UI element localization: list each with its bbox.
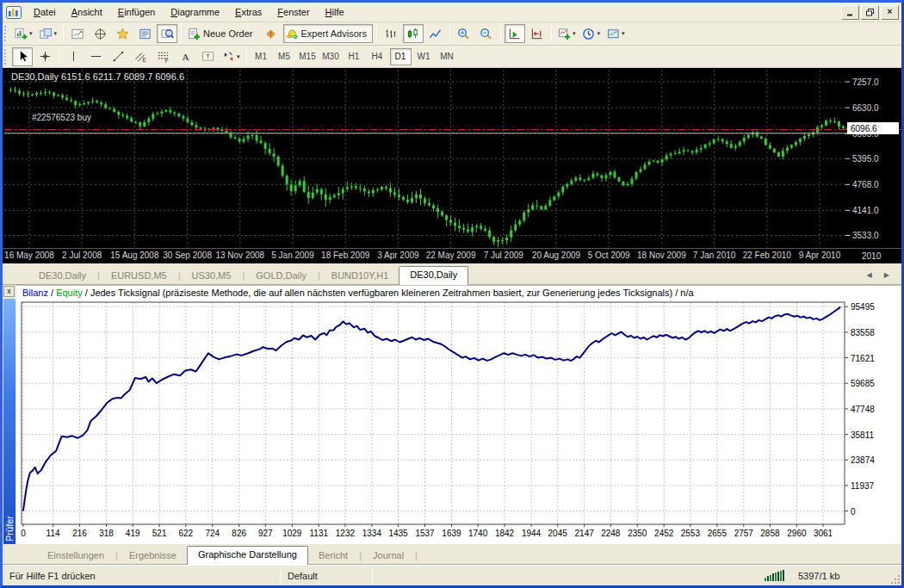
timeframe-m30[interactable]: M30 — [320, 48, 342, 65]
chart-tab-bund10yh1[interactable]: BUND10Y,H1 — [321, 268, 399, 284]
terminal-button[interactable] — [134, 24, 155, 43]
menu-extras[interactable]: Extras — [227, 4, 269, 20]
dropdown-arrow-icon: ▾ — [573, 30, 576, 37]
tab-scroll-arrows[interactable]: ◀ ▶ — [859, 271, 901, 284]
templates-button[interactable]: ▾ — [604, 24, 628, 43]
candlestick-button[interactable] — [403, 24, 424, 43]
svg-text:T: T — [206, 53, 210, 60]
svg-text:0: 0 — [21, 529, 26, 538]
tester-tab-einstellungen[interactable]: Einstellungen — [37, 548, 115, 564]
navigator-button[interactable] — [112, 24, 133, 43]
tester-graph-area[interactable]: Bilanz / Equity / Jedes Ticksignal (präz… — [16, 285, 901, 544]
chart-tab-us30m5[interactable]: US30,M5 — [182, 268, 242, 284]
timeframe-m1[interactable]: M1 — [251, 48, 272, 65]
hline-icon — [90, 50, 102, 63]
expert-advisors-button-label: Expert Advisors — [301, 28, 367, 39]
data-window-button[interactable] — [90, 24, 110, 43]
timeframe-m5[interactable]: M5 — [274, 48, 295, 65]
periods-button[interactable]: ▾ — [579, 24, 603, 43]
tester-tab-journal[interactable]: Journal — [362, 548, 414, 564]
trendline-button[interactable] — [108, 47, 128, 66]
svg-text:521: 521 — [152, 529, 167, 538]
toolbar-separator — [59, 48, 59, 65]
vertical-line-button[interactable] — [63, 47, 84, 66]
cursor-button[interactable] — [12, 47, 33, 66]
tester-tab-graphischedarstellung[interactable]: Graphische Darstellung — [187, 546, 308, 565]
candlestick-chart[interactable]: 7257.06630.06003.05395.04768.04141.03533… — [3, 68, 901, 263]
crosshair-button[interactable] — [34, 47, 55, 66]
svg-text:6630.0: 6630.0 — [852, 103, 879, 113]
text-label-button[interactable]: T — [197, 47, 218, 66]
svg-text:4768.0: 4768.0 — [852, 180, 879, 189]
menu-diagramme[interactable]: Diagramme — [163, 4, 227, 20]
auto-scroll-button[interactable] — [505, 24, 525, 43]
svg-text:3061: 3061 — [814, 529, 833, 538]
current-price-box: 6096.6 — [847, 122, 899, 134]
close-button[interactable]: × — [881, 5, 899, 20]
resize-grip[interactable] — [889, 573, 901, 585]
timeframe-w1[interactable]: W1 — [413, 48, 435, 65]
dropdown-arrow-icon: ▾ — [597, 30, 600, 37]
tester-tab-ergebnisse[interactable]: Ergebnisse — [119, 548, 187, 564]
price-chart[interactable]: 7257.06630.06003.05395.04768.04141.03533… — [3, 68, 901, 263]
horizontal-line-button[interactable] — [85, 47, 106, 66]
timeframe-d1[interactable]: D1 — [390, 48, 412, 65]
menu-hilfe[interactable]: Hilfe — [318, 4, 352, 20]
line-chart-button[interactable] — [425, 24, 446, 43]
channel-button[interactable]: E — [130, 47, 151, 66]
expert-advisors-button[interactable]: Expert Advisors — [283, 24, 373, 43]
header-sep: / — [48, 288, 56, 298]
timeframe-h4[interactable]: H4 — [367, 48, 388, 65]
timeframe-h1[interactable]: H1 — [344, 48, 365, 65]
menu-fenster[interactable]: Fenster — [269, 4, 317, 20]
svg-text:2452: 2452 — [654, 529, 674, 538]
profiles-button[interactable]: ▾ — [37, 24, 60, 43]
strategy-tester-button[interactable] — [157, 24, 177, 43]
minimize-button[interactable] — [841, 5, 859, 20]
restore-button[interactable] — [861, 5, 879, 20]
zoom-in-button[interactable] — [454, 24, 474, 43]
chart-tab-golddaily[interactable]: GOLD,Daily — [245, 268, 317, 284]
svg-text:13 Nov 2008: 13 Nov 2008 — [215, 251, 264, 260]
chart-shift-button[interactable] — [527, 24, 548, 43]
new-order-button[interactable]: Neue Order — [185, 24, 258, 43]
svg-text:1131: 1131 — [310, 529, 329, 538]
zoom-out-button[interactable] — [476, 24, 497, 43]
tester-graph-header: Bilanz / Equity / Jedes Ticksignal (präz… — [22, 288, 896, 298]
new-chart-button[interactable]: ▾ — [12, 24, 35, 43]
experts-icon — [286, 28, 299, 40]
chart-tab-de30daily[interactable]: DE30,Daily — [28, 268, 96, 284]
year-axis-label: 2010 — [862, 251, 881, 261]
arrows-button[interactable]: ▾ — [220, 47, 243, 66]
menu-ansicht[interactable]: Ansicht — [64, 4, 110, 20]
dropdown-arrow-icon: ▾ — [29, 30, 33, 37]
tester-close-button[interactable]: x — [3, 286, 15, 297]
timeframe-mn[interactable]: MN — [437, 48, 458, 65]
svg-text:216: 216 — [72, 529, 87, 538]
equity-curve-chart[interactable]: 9549583558716215968547748358112387411937… — [16, 299, 901, 545]
metaeditor-button[interactable]: ! — [261, 24, 282, 43]
status-help-text: Für Hilfe F1 drücken — [3, 568, 280, 584]
new-order-button-label: Neue Order — [203, 28, 252, 39]
bar-chart-button[interactable] — [381, 24, 401, 43]
indicators-button[interactable]: ▾ — [555, 24, 579, 43]
mt4-window: DateiAnsichtEinfügenDiagrammeExtrasFenst… — [0, 0, 904, 588]
toolbar-separator — [181, 25, 182, 42]
market-watch-button[interactable] — [67, 24, 88, 43]
timeframe-m15[interactable]: M15 — [297, 48, 319, 65]
fibonacci-button[interactable]: F — [152, 47, 173, 66]
text-button[interactable]: A — [175, 47, 195, 66]
tester-tab-bericht[interactable]: Bericht — [308, 548, 358, 564]
svg-text:23874: 23874 — [851, 455, 875, 465]
vline-icon — [67, 50, 80, 63]
standard-toolbar: ▾▾Neue Order!Expert Advisors▾▾▾ — [3, 22, 901, 46]
svg-text:1842: 1842 — [495, 529, 515, 538]
svg-text:83558: 83558 — [851, 328, 875, 337]
tester-icon — [161, 28, 174, 40]
menu-datei[interactable]: Datei — [26, 4, 64, 20]
chart-tab-eurusdm5[interactable]: EURUSD,M5 — [101, 268, 177, 284]
menu-einfgen[interactable]: Einfügen — [110, 4, 163, 20]
svg-text:826: 826 — [232, 529, 246, 538]
chart-tab-de30daily-active[interactable]: DE30,Daily — [399, 266, 468, 285]
svg-text:5395.0: 5395.0 — [852, 154, 879, 164]
